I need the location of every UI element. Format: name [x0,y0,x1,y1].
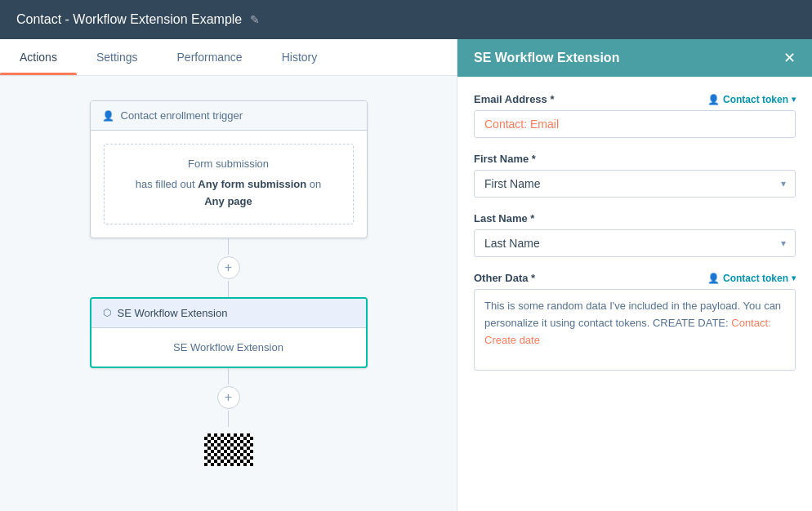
add-step-button-1[interactable]: + [217,256,240,279]
first-name-select-wrapper: First Name Last Name Email ▾ [474,170,796,198]
tab-history[interactable]: History [262,39,337,75]
email-address-input[interactable] [474,110,796,138]
se-workflow-node[interactable]: ⬡ SE Workflow Extension SE Workflow Exte… [90,297,368,368]
top-header: Contact - Workflow Extension Example ✎ [0,0,812,39]
other-data-chevron-icon: ▾ [792,273,796,282]
first-name-field-group: First Name * First Name Last Name Email … [474,153,796,198]
email-address-label: Email Address * 👤 Contact token ▾ [474,93,796,105]
workflow-canvas: 👤 Contact enrollment trigger Form submis… [0,76,457,511]
last-name-select-wrapper: Last Name First Name Email ▾ [474,229,796,257]
trigger-node-header: 👤 Contact enrollment trigger [91,101,367,131]
page-title: Contact - Workflow Extension Example [16,12,242,27]
tab-settings[interactable]: Settings [77,39,158,75]
email-contact-token[interactable]: 👤 Contact token ▾ [707,94,796,105]
connector-line-4 [228,411,229,427]
tab-bar: Actions Settings Performance History [0,39,457,76]
last-name-field-group: Last Name * Last Name First Name Email ▾ [474,212,796,257]
add-step-button-2[interactable]: + [217,386,240,409]
left-panel: Actions Settings Performance History 👤 C… [0,39,457,511]
right-panel-body: Email Address * 👤 Contact token ▾ First … [457,77,812,511]
last-name-label: Last Name * [474,212,796,224]
tab-actions[interactable]: Actions [0,39,77,75]
cube-icon: ⬡ [103,307,111,318]
first-name-select[interactable]: First Name Last Name Email [474,170,796,198]
close-button[interactable]: ✕ [783,51,796,65]
other-data-contact-token[interactable]: 👤 Contact token ▾ [707,273,796,284]
connector-line-2 [228,281,229,297]
connector-1: + [217,238,240,297]
connector-line-3 [228,368,229,384]
person-icon: 👤 [707,94,720,105]
other-data-field-group: Other Data * 👤 Contact token ▾ This is s… [474,272,796,371]
user-icon: 👤 [102,110,114,122]
trigger-node[interactable]: 👤 Contact enrollment trigger Form submis… [90,100,368,238]
connector-line-1 [228,238,229,255]
right-panel: SE Workflow Extension ✕ Email Address * … [457,39,812,511]
other-data-label: Other Data * 👤 Contact token ▾ [474,272,796,284]
right-panel-header: SE Workflow Extension ✕ [457,39,812,77]
email-address-field-group: Email Address * 👤 Contact token ▾ [474,93,796,138]
first-name-label: First Name * [474,153,796,165]
last-name-select[interactable]: Last Name First Name Email [474,229,796,257]
form-submission-box: Form submission has filled out Any form … [104,144,354,224]
right-panel-title: SE Workflow Extension [474,51,619,65]
create-date-token: Contact: Create date [484,317,771,346]
trigger-node-body: Form submission has filled out Any form … [91,131,367,238]
form-submission-label: Form submission [118,158,340,170]
edit-icon[interactable]: ✎ [250,13,260,26]
se-node-header: ⬡ SE Workflow Extension [91,299,366,328]
other-data-textarea[interactable]: This is some random data I've included i… [474,289,796,371]
se-node-body: SE Workflow Extension [91,328,366,367]
person-icon-2: 👤 [707,273,720,284]
qr-code-placeholder [204,433,253,466]
submission-text: has filled out Any form submission on An… [118,176,340,211]
chevron-down-icon: ▾ [792,95,796,104]
tab-performance[interactable]: Performance [158,39,262,75]
main-content: Actions Settings Performance History 👤 C… [0,39,812,511]
connector-2: + [217,368,240,427]
